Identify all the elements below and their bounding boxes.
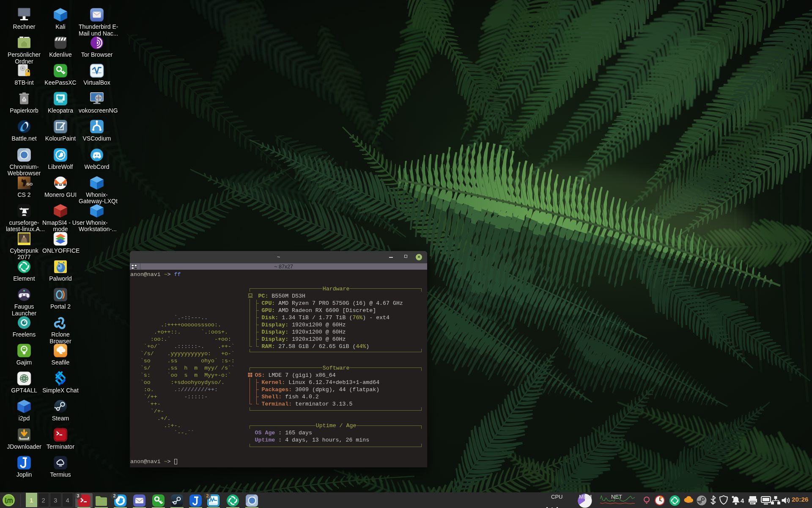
svg-text:GO: GO [27, 182, 33, 186]
svg-text:4: 4 [741, 497, 744, 504]
